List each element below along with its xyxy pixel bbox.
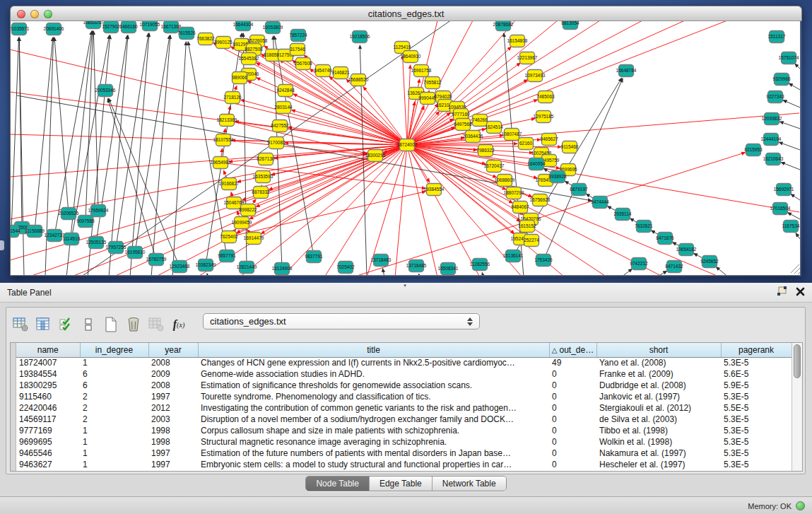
graph-edge[interactable] — [130, 33, 149, 276]
table-row[interactable]: 1830029562008Estimation of significance … — [16, 380, 792, 391]
table-settings-icon[interactable] — [9, 314, 32, 335]
table-cell[interactable]: 2 — [80, 414, 148, 425]
graph-edge[interactable] — [791, 194, 800, 200]
table-cell[interactable]: 1 — [80, 448, 148, 459]
table-cell[interactable]: 5.9E-5 — [721, 380, 792, 391]
table-cell[interactable]: Embryonic stem cells: a model to study s… — [198, 459, 549, 470]
table-cell[interactable]: Estimation of the future numbers of pati… — [198, 448, 549, 459]
table-cell[interactable]: 2 — [80, 391, 148, 402]
table-cell[interactable]: 19384554 — [16, 368, 80, 380]
table-cell[interactable]: Stergiakouli et al. (2012) — [596, 402, 721, 414]
table-cell[interactable]: Estimation of significance thresholds fo… — [198, 380, 549, 391]
table-cell[interactable]: Franke et al. (2009) — [596, 368, 721, 380]
table-cell[interactable]: 6 — [80, 380, 148, 391]
graph-edge[interactable] — [789, 83, 800, 90]
table-cell[interactable]: 1 — [80, 436, 148, 448]
table-cell[interactable]: 6 — [80, 368, 148, 380]
column-header-title[interactable]: title — [198, 343, 549, 357]
table-cell[interactable]: Wolkin et al. (1998) — [596, 436, 721, 448]
row-options-icon[interactable] — [77, 314, 100, 335]
table-cell[interactable]: 0 — [549, 380, 596, 391]
table-cell[interactable]: Nakamura et al. (1997) — [596, 448, 721, 459]
table-cell[interactable]: Tourette syndrome. Phenomenology and cla… — [198, 391, 549, 402]
column-header-in_degree[interactable]: in_degree — [80, 343, 148, 357]
table-row[interactable]: 2242004622012Investigating the contribut… — [16, 402, 792, 414]
graph-edge[interactable] — [407, 21, 685, 145]
column-header-name[interactable]: name — [16, 343, 80, 357]
graph-edge[interactable] — [151, 35, 170, 276]
table-cell[interactable]: 2009 — [148, 368, 198, 380]
function-builder-icon[interactable]: f(x) — [167, 314, 190, 335]
graph-edge[interactable] — [403, 56, 407, 145]
graph-edge[interactable] — [93, 31, 98, 211]
graph-edge[interactable] — [788, 213, 800, 219]
table-cell[interactable]: 5.3E-5 — [721, 357, 792, 368]
graph-edge[interactable] — [795, 64, 800, 69]
graph-edge[interactable] — [657, 271, 667, 276]
graph-edge[interactable] — [206, 33, 242, 265]
table-cell[interactable]: Corpus callosum shape and size in male p… — [198, 425, 549, 436]
graph-edge[interactable] — [346, 79, 407, 145]
graph-edge[interactable] — [107, 98, 156, 259]
graph-edge[interactable] — [382, 269, 384, 276]
scrollbar-thumb[interactable] — [794, 344, 801, 378]
graph-edge[interactable] — [241, 100, 407, 145]
table-row[interactable]: 946362711997Embryonic stem cells: a mode… — [16, 459, 792, 470]
table-cell[interactable]: 14569117 — [16, 414, 80, 425]
table-cell[interactable]: 5.3E-5 — [721, 436, 792, 448]
graph-edge[interactable] — [543, 78, 623, 260]
table-cell[interactable]: 9777169 — [16, 425, 80, 436]
network-window[interactable]: citations_edges.txt 18724007766382289601… — [10, 6, 802, 276]
graph-edge[interactable] — [116, 33, 148, 247]
graph-edge[interactable] — [172, 42, 186, 276]
delete-table-icon[interactable] — [122, 314, 145, 335]
table-cell[interactable]: Changes of HCN gene expression and I(f) … — [198, 357, 549, 368]
table-cell[interactable]: 1998 — [148, 436, 198, 448]
table-cell[interactable]: 9465546 — [16, 448, 80, 459]
table-cell[interactable]: 0 — [549, 414, 596, 425]
table-cell[interactable]: 5.3E-5 — [721, 448, 792, 459]
column-header-out_de[interactable]: △out_de… — [549, 343, 596, 357]
tab-node-table[interactable]: Node Table — [306, 477, 370, 491]
table-cell[interactable]: 1 — [80, 459, 148, 470]
table-cell[interactable]: Disruption of a novel member of a sodium… — [198, 414, 549, 425]
float-panel-icon[interactable] — [777, 286, 787, 299]
column-visibility-icon[interactable] — [32, 314, 54, 335]
graph-edge[interactable] — [207, 274, 208, 276]
table-cell[interactable]: 1 — [80, 425, 148, 436]
table-cell[interactable]: 49 — [549, 357, 596, 368]
new-table-icon[interactable] — [100, 314, 122, 335]
table-cell[interactable]: 1997 — [148, 459, 198, 470]
table-cell[interactable]: 5.5E-5 — [721, 402, 792, 414]
tab-edge-table[interactable]: Edge Table — [370, 477, 433, 491]
table-cell[interactable]: 22420046 — [16, 402, 80, 414]
table-cell[interactable]: 1 — [80, 357, 148, 368]
table-cell[interactable]: 0 — [549, 402, 596, 414]
table-cell[interactable]: 2008 — [148, 380, 198, 391]
graph-edge[interactable] — [348, 275, 349, 276]
table-cell[interactable]: Investigating the contribution of common… — [198, 402, 549, 414]
table-cell[interactable]: Jankovic et al. (1997) — [596, 391, 721, 402]
table-cell[interactable]: 1997 — [148, 391, 198, 402]
graph-edge[interactable] — [716, 267, 729, 276]
table-cell[interactable]: Structural magnetic resonance image aver… — [198, 436, 549, 448]
table-cell[interactable]: de Silva et al. (2003) — [596, 414, 721, 425]
table-panel-header[interactable]: ▾ Table Panel — [0, 283, 812, 303]
splitter-handle-icon[interactable]: ▾ — [401, 284, 408, 288]
network-canvas[interactable]: 1872400776638228960125891295415226058882… — [10, 21, 801, 276]
network-graph[interactable]: 1872400776638228960125891295415226058882… — [11, 21, 801, 276]
table-cell[interactable]: 2012 — [148, 402, 198, 414]
table-row[interactable]: 946554611997Estimation of the future num… — [16, 448, 792, 459]
table-cell[interactable]: 9115460 — [16, 391, 80, 402]
tab-network-table[interactable]: Network Table — [433, 477, 506, 491]
table-cell[interactable]: 0 — [549, 368, 596, 380]
graph-edge[interactable] — [19, 37, 24, 276]
table-cell[interactable]: 1998 — [148, 425, 198, 436]
graph-edge[interactable] — [783, 100, 800, 107]
table-cell[interactable]: 0 — [549, 436, 596, 448]
resize-grip-icon[interactable] — [791, 264, 801, 274]
table-cell[interactable]: 0 — [549, 459, 596, 470]
network-window-titlebar[interactable]: citations_edges.txt — [10, 6, 802, 21]
table-cell[interactable]: Tibbo et al. (1998) — [596, 425, 721, 436]
column-header-year[interactable]: year — [148, 343, 198, 357]
